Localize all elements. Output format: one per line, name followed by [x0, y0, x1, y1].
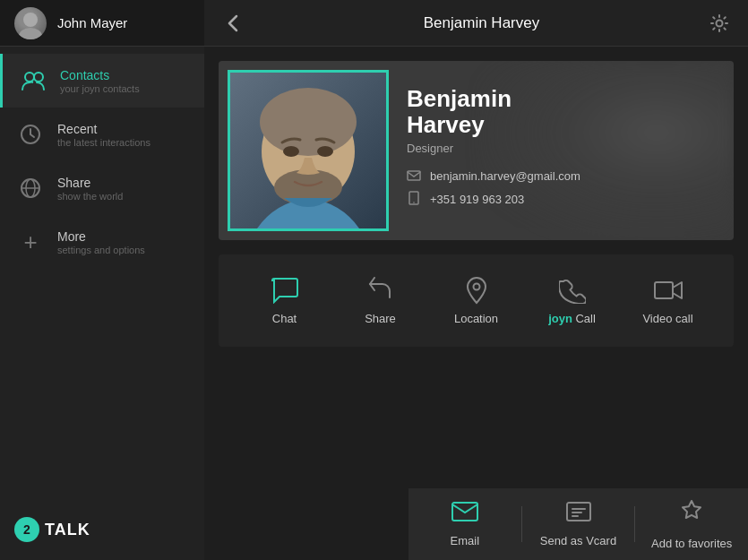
svg-point-18: [413, 202, 415, 203]
email-bottom-icon: [451, 501, 479, 529]
svg-point-2: [25, 73, 34, 82]
contact-phone-row: +351 919 963 203: [407, 191, 716, 208]
logo-text: TALK: [45, 521, 90, 539]
more-label: More: [57, 229, 145, 244]
contact-email-row: benjamin.harvey@gmail.com: [407, 169, 716, 184]
svg-rect-20: [655, 282, 673, 298]
favorites-icon: [678, 498, 705, 531]
share-text: Share show the world: [57, 176, 123, 202]
more-text: More settings and options: [57, 229, 145, 255]
contacts-text: Contacts your joyn contacts: [60, 68, 140, 94]
video-call-label: Video call: [642, 312, 692, 325]
contact-card: Benjamin Harvey Designer benjamin.harvey…: [219, 61, 734, 240]
recent-label: Recent: [57, 122, 150, 136]
video-call-icon: [653, 276, 684, 305]
location-button[interactable]: Location: [428, 269, 524, 332]
svg-point-3: [34, 73, 43, 82]
share-icon: [14, 172, 47, 204]
page-title: Benjamin Harvey: [258, 14, 705, 32]
sidebar-item-contacts[interactable]: Contacts your joyn contacts: [0, 54, 204, 108]
svg-point-0: [23, 13, 38, 27]
email-bottom-label: Email: [451, 534, 480, 547]
share-action-button[interactable]: Share: [332, 269, 428, 332]
contacts-icon: [17, 65, 49, 97]
svg-point-8: [717, 20, 723, 26]
svg-point-16: [317, 146, 333, 157]
contact-email: benjamin.harvey@gmail.com: [430, 169, 580, 183]
svg-point-19: [473, 284, 479, 290]
vcard-icon: [565, 501, 592, 529]
sidebar-username: John Mayer: [57, 15, 127, 30]
contact-phone: +351 919 963 203: [430, 193, 524, 206]
vcard-button[interactable]: Send as Vcard: [522, 492, 635, 556]
contacts-sublabel: your joyn contacts: [60, 83, 140, 94]
video-call-button[interactable]: Video call: [620, 269, 716, 332]
avatar: [14, 7, 47, 39]
sidebar-nav: Contacts your joyn contacts Recent the l…: [0, 47, 204, 499]
joyn-call-button[interactable]: joyn Call: [524, 269, 620, 332]
svg-point-13: [260, 88, 357, 156]
vcard-label: Send as Vcard: [540, 534, 616, 547]
sidebar-item-more[interactable]: + More settings and options: [0, 215, 204, 269]
chat-label: Chat: [272, 312, 297, 325]
joyn-call-icon: [559, 276, 586, 305]
sidebar-footer: 2 TALK: [0, 499, 204, 560]
chat-button[interactable]: Chat: [236, 269, 332, 332]
contact-photo-frame: [228, 70, 389, 231]
action-bar: Chat Share Location: [219, 254, 734, 347]
location-icon: [465, 276, 488, 305]
share-sublabel: show the world: [57, 191, 123, 202]
recent-text: Recent the latest interactions: [57, 122, 150, 148]
contact-photo-area: [219, 61, 398, 240]
email-icon: [407, 169, 421, 184]
recent-sublabel: the latest interactions: [57, 137, 150, 148]
contact-name: Benjamin Harvey: [407, 86, 716, 137]
share-label: Share: [57, 176, 123, 190]
sidebar-item-share[interactable]: Share show the world: [0, 161, 204, 215]
back-button[interactable]: [219, 9, 247, 38]
avatar-image: [14, 7, 47, 39]
email-button[interactable]: Email: [408, 492, 521, 556]
topbar: Benjamin Harvey: [204, 0, 748, 47]
contact-role: Designer: [407, 142, 716, 155]
more-icon: +: [14, 226, 47, 258]
recent-icon: [14, 118, 47, 151]
svg-rect-17: [408, 171, 420, 180]
svg-point-15: [283, 146, 299, 157]
contact-info: Benjamin Harvey Designer benjamin.harvey…: [398, 61, 734, 240]
joyn-call-label: joyn Call: [548, 312, 596, 325]
sidebar-item-recent[interactable]: Recent the latest interactions: [0, 108, 204, 161]
location-label: Location: [454, 312, 498, 325]
more-sublabel: settings and options: [57, 245, 145, 255]
bottom-bar: Email Send as Vcard Add t: [408, 488, 748, 560]
sidebar-header: John Mayer: [0, 0, 204, 47]
chat-icon: [271, 276, 299, 305]
main-content: Benjamin Harvey: [204, 0, 748, 560]
share-action-label: Share: [365, 312, 396, 325]
logo-icon: 2: [14, 517, 39, 542]
share-action-icon: [367, 276, 394, 305]
phone-icon: [407, 191, 421, 208]
gear-icon[interactable]: [705, 9, 734, 38]
svg-point-1: [19, 28, 42, 39]
sidebar: John Mayer Contacts your joyn contacts: [0, 0, 204, 560]
favorites-label: Add to favorites: [651, 537, 732, 550]
favorites-button[interactable]: Add to favorites: [635, 489, 748, 559]
contacts-label: Contacts: [60, 68, 140, 82]
